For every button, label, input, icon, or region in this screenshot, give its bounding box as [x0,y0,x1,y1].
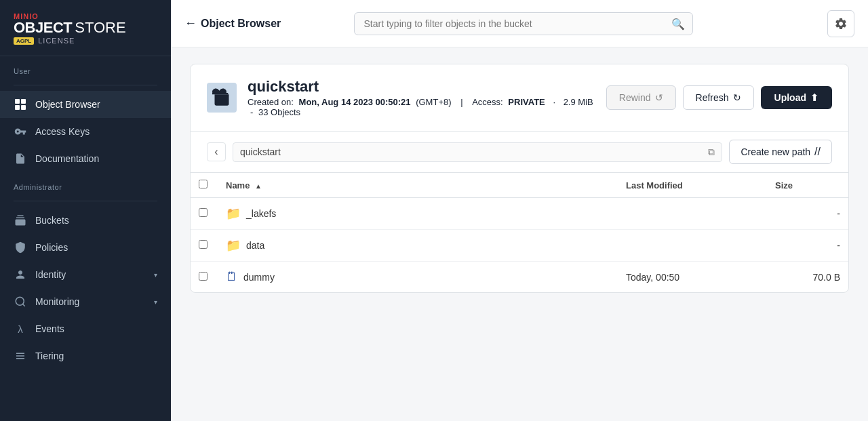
th-last-modified: Last Modified [618,173,767,198]
current-path: quickstart [240,146,708,157]
row-modified-data [618,230,767,262]
sidebar-item-documentation[interactable]: Documentation [0,145,171,172]
search-bar: 🔍 [354,12,693,35]
path-bar: ‹ quickstart ⧉ Create new path // [191,132,848,173]
tiering-icon [14,349,27,363]
sidebar-item-object-browser[interactable]: Object Browser [0,91,171,118]
admin-section-label: Administrator [0,172,171,195]
identity-chevron: ▾ [154,271,157,279]
th-name[interactable]: Name ▲ [218,173,618,198]
bucket-meta: Created on: Mon, Aug 14 2023 00:50:21 (G… [248,97,595,117]
row-size-data: - [767,230,848,262]
table-header-row: Name ▲ Last Modified Size [191,173,848,198]
rewind-button[interactable]: Rewind ↺ [606,85,676,110]
svg-rect-3 [21,105,26,110]
svg-point-4 [16,297,24,305]
sidebar-item-monitoring[interactable]: Monitoring ▾ [0,288,171,315]
events-icon: λ [14,322,27,336]
policies-icon [14,241,27,254]
copy-path-icon[interactable]: ⧉ [708,146,715,158]
row-name-cell-lakefs[interactable]: 📁 _lakefs [218,198,618,230]
access-value: PRIVATE [508,97,545,107]
th-name-label: Name [226,180,250,191]
sidebar-item-access-keys[interactable]: Access Keys [0,118,171,145]
search-icon: 🔍 [671,17,685,30]
sidebar-item-buckets[interactable]: Buckets [0,207,171,234]
bucket-objects: 33 Objects [258,107,300,117]
row-checkbox-dummy[interactable] [199,272,208,281]
row-checkbox-cell [191,262,218,293]
row-name-cell-data[interactable]: 📁 data [218,230,618,262]
select-all-checkbox[interactable] [199,180,208,188]
events-label: Events [35,323,157,334]
logo-agpl-badge: AGPL [14,37,34,45]
path-back-button[interactable]: ‹ [207,142,226,161]
access-label: Access: [472,97,503,107]
upload-icon: ⬆ [810,92,818,103]
created-label: Created on: [248,97,294,107]
file-icon-dummy: 🗒 [226,270,238,284]
monitoring-icon [14,295,27,308]
back-button[interactable]: ← Object Browser [184,16,281,31]
top-header: ← Object Browser 🔍 [171,0,868,47]
sidebar-item-tiering[interactable]: Tiering [0,342,171,369]
folder-icon-lakefs: 📁 [226,206,241,221]
bucket-size: 2.9 MiB [564,97,593,107]
row-size-lakefs: - [767,198,848,230]
content-area: quickstart Created on: Mon, Aug 14 2023 … [171,47,868,421]
sidebar-divider-user [14,85,157,85]
row-name-cell-dummy[interactable]: 🗒 dummy [218,262,618,293]
sidebar: MINIO OBJECT STORE AGPL LICENSE User Obj… [0,0,171,421]
row-checkbox-cell [191,230,218,262]
bucket-card: quickstart Created on: Mon, Aug 14 2023 … [190,64,849,293]
file-name-dummy: dummy [243,272,275,283]
create-path-icon: // [814,146,821,158]
user-section-label: User [0,56,171,79]
th-size: Size [767,173,848,198]
refresh-icon: ↻ [733,92,741,103]
logo-object: OBJECT [14,20,72,35]
svg-rect-1 [21,99,26,104]
create-path-label: Create new path [741,146,810,157]
row-checkbox-data[interactable] [199,240,208,249]
created-date: Mon, Aug 14 2023 00:50:21 [299,97,411,107]
create-new-path-button[interactable]: Create new path // [729,140,832,164]
search-input[interactable] [354,12,693,35]
sidebar-item-identity[interactable]: Identity ▾ [0,261,171,288]
svg-line-5 [22,304,24,306]
row-modified-lakefs [618,198,767,230]
sidebar-item-events[interactable]: λ Events [0,315,171,342]
th-select-all [191,173,218,198]
identity-label: Identity [35,269,146,280]
refresh-label: Refresh [696,92,729,103]
object-browser-icon [14,98,27,111]
file-name-data: data [246,240,264,251]
object-browser-label: Object Browser [35,99,157,110]
settings-button[interactable] [827,10,854,37]
row-modified-dummy: Today, 00:50 [618,262,767,293]
table-row: 📁 data - [191,230,848,262]
bucket-actions: Rewind ↺ Refresh ↻ Upload ⬆ [606,85,832,110]
back-arrow-icon: ← [184,16,197,31]
refresh-button[interactable]: Refresh ↻ [683,85,754,110]
table-row: 🗒 dummy Today, 00:50 70.0 B [191,262,848,293]
bucket-info: quickstart Created on: Mon, Aug 14 2023 … [248,78,595,117]
row-checkbox-lakefs[interactable] [199,208,208,217]
svg-rect-2 [15,105,20,110]
monitoring-label: Monitoring [35,296,146,307]
policies-label: Policies [35,242,157,253]
access-keys-icon [14,125,27,138]
sort-arrow-icon: ▲ [255,182,262,190]
access-keys-label: Access Keys [35,126,157,137]
buckets-label: Buckets [35,215,157,226]
buckets-icon [14,214,27,227]
documentation-label: Documentation [35,153,157,164]
upload-button[interactable]: Upload ⬆ [761,86,832,109]
file-table: Name ▲ Last Modified Size [191,173,848,292]
rewind-icon: ↺ [655,92,663,103]
page-title: Object Browser [201,18,281,30]
monitoring-chevron: ▾ [154,298,157,306]
table-row: 📁 _lakefs - [191,198,848,230]
upload-label: Upload [774,92,806,103]
sidebar-item-policies[interactable]: Policies [0,234,171,261]
